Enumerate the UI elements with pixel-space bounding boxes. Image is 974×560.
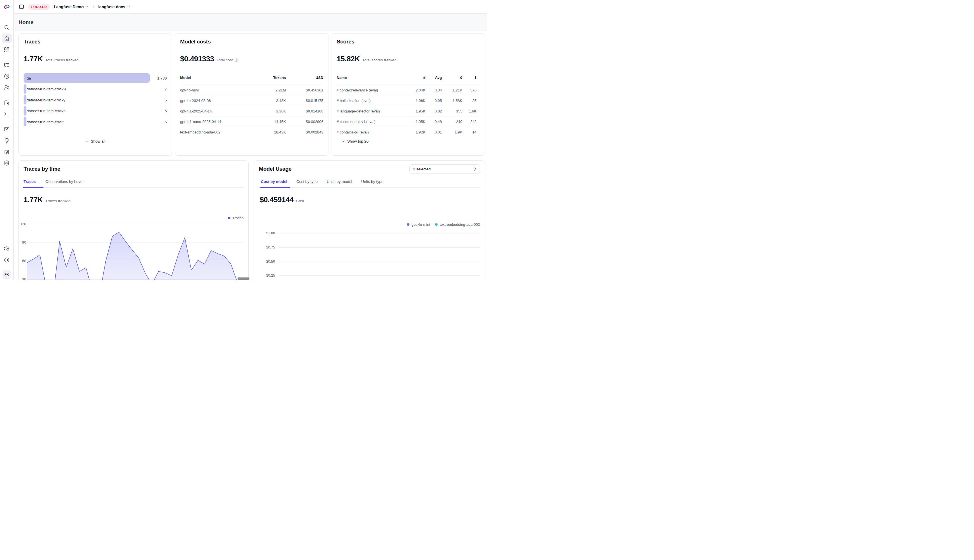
table-cell: # hallucination (eval) (337, 98, 409, 103)
sidebar-item-tracing[interactable] (2, 60, 12, 70)
sidebar-item-dashboards[interactable] (2, 45, 12, 55)
app-root: FK PROD-EU Langfuse Demo / langfuse-docs… (0, 0, 487, 280)
legend-label: gpt-4o-mini (411, 222, 430, 227)
table-cell: 1.92K (409, 130, 425, 134)
table-cell: gpt-4o-mini (180, 88, 254, 92)
org-name: Langfuse Demo (54, 5, 84, 9)
sidebar-item-datasets[interactable] (2, 158, 12, 168)
table-cell: 3.38K (254, 109, 286, 113)
sidebar-item-home[interactable] (2, 33, 12, 43)
y-tick-label: 30 (19, 277, 26, 280)
model-select[interactable]: 2 selected (409, 164, 480, 174)
table-row: text-embedding-ada-00228.43K$0.002843 (180, 127, 323, 137)
trace-name: qa (27, 76, 31, 80)
table-cell: 14 (462, 130, 476, 134)
tab-cost-by-type[interactable]: Cost by type (296, 180, 317, 184)
trace-bar (23, 73, 150, 83)
tab-units-by-type[interactable]: Units by type (361, 180, 383, 184)
table-cell: 242 (462, 120, 476, 124)
tab-traces[interactable]: Traces (23, 180, 36, 184)
y-tick-label: 90 (19, 240, 26, 245)
traces-tracked-metric: 1.77K Traces tracked (23, 195, 70, 204)
tab-observations-by-level[interactable]: Observations by Level (45, 180, 84, 184)
metric-label: Traces tracked (45, 199, 70, 203)
y-tick-label: 120 (19, 222, 26, 226)
panel-left-icon (19, 4, 24, 9)
sidebar-item-insights[interactable] (2, 136, 12, 145)
sidebar-item-evaluation[interactable] (2, 124, 12, 134)
legend-dot (407, 223, 409, 226)
tab-cost-by-model[interactable]: Cost by model (261, 180, 287, 184)
table-cell: 3.13K (254, 98, 286, 103)
table-row: gpt-4o-2024-08-063.13K$0.015175 (180, 95, 323, 106)
tab-units-by-model[interactable]: Units by model (327, 180, 352, 184)
col-count: # (409, 75, 425, 80)
project-switcher[interactable]: langfuse-docs (98, 5, 130, 9)
environment-badge[interactable]: PROD-EU (28, 4, 50, 10)
table-cell: 2.04K (409, 88, 425, 92)
trace-count: 5 (164, 109, 167, 113)
sidebar-item-annotation[interactable] (2, 147, 12, 157)
metric-value: $0.491333 (180, 55, 214, 63)
horizontal-scrollbar-thumb[interactable] (237, 277, 249, 280)
table-cell: 1.95K (409, 109, 425, 113)
card-title: Traces (23, 38, 40, 45)
users-icon (4, 85, 10, 91)
sidebar-toggle-button[interactable] (19, 4, 24, 9)
metric-label: Total cost (217, 58, 238, 62)
org-switcher[interactable]: Langfuse Demo (54, 5, 89, 9)
table-row: gpt-4.1-nano-2025-04-1414.45K$0.002906 (180, 116, 323, 127)
sidebar-item-settings[interactable] (2, 243, 12, 253)
card-title: Scores (337, 38, 354, 45)
col-usd: USD (286, 75, 323, 80)
sidebar-item-prompts[interactable] (2, 98, 12, 108)
table-row: gpt-4o-mini2.21M$0.456301 (180, 85, 323, 95)
trace-bar-row: dataset-run-item-cmcvp5 (23, 106, 167, 116)
table-cell: 355 (442, 109, 462, 113)
show-all-button[interactable]: Show all (85, 139, 105, 143)
table-cell: $0.002906 (286, 120, 323, 124)
gridline (279, 233, 480, 233)
table-cell: 1.96K (409, 98, 425, 103)
info-icon[interactable] (234, 58, 238, 62)
sidebar-item-support[interactable] (2, 255, 12, 265)
card-title: Model Usage (259, 166, 292, 172)
table-cell: 0.05 (425, 98, 442, 103)
metric-value: 1.77K (23, 55, 43, 63)
show-top-20-button[interactable]: Show top 20 (341, 139, 369, 143)
trace-name: dataset-run-item-cmcjf (27, 120, 63, 124)
table-cell: text-embedding-ada-002 (180, 130, 254, 134)
sidebar-item-users[interactable] (2, 83, 12, 92)
breadcrumb-separator: / (93, 3, 94, 10)
user-avatar[interactable]: FK (3, 270, 11, 279)
col-name: Name (337, 75, 409, 80)
gridline (279, 262, 480, 262)
table-row: gpt-4.1-2025-04-143.38K$0.014108 (180, 106, 323, 116)
col-tokens: Tokens (254, 75, 286, 80)
scores-table-body: # contextrelevance (eval)2.04K0.341.21K5… (337, 85, 480, 137)
langfuse-logo-icon[interactable] (3, 3, 10, 10)
model-select-value: 2 selected (413, 167, 473, 171)
sidebar-item-sessions[interactable] (2, 71, 12, 81)
trace-bar (23, 95, 27, 105)
sidebar-item-playground[interactable] (2, 109, 12, 119)
metric-label: Cost (296, 199, 304, 203)
table-cell: 1.58K (442, 98, 462, 103)
dashboard-grid-icon (4, 47, 10, 53)
gridline (279, 275, 480, 276)
trace-name: dataset-run-item-cmcvp (27, 109, 66, 113)
tab-track (23, 187, 244, 188)
table-cell: $0.456301 (286, 88, 323, 92)
table-cell: 25 (462, 98, 476, 103)
topbar: PROD-EU Langfuse Demo / langfuse-docs (13, 0, 487, 13)
sidebar-item-search[interactable] (2, 22, 12, 32)
file-code-icon (4, 100, 10, 106)
legend-item: text-embedding-ada-002 (435, 222, 480, 227)
search-icon (4, 24, 10, 30)
table-cell: 0.48 (425, 120, 442, 124)
y-tick-label: $0.25 (254, 273, 275, 277)
table-row: # contains-pii (eval)1.92K0.011.9K14 (337, 127, 480, 137)
trace-bar-row: dataset-run-item-cmc297 (23, 84, 167, 94)
table-cell: $0.015175 (286, 98, 323, 103)
table-cell: # contains-pii (eval) (337, 130, 409, 134)
